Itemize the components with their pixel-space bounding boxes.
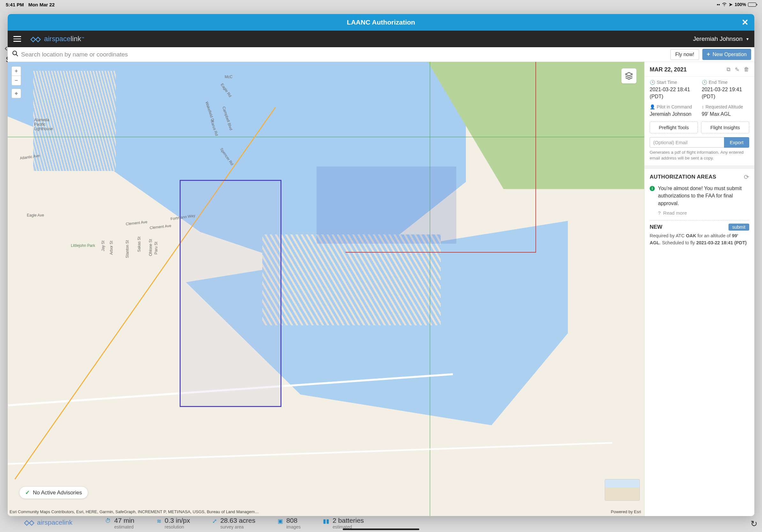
preflight-tools-button[interactable]: Preflight Tools bbox=[650, 121, 698, 133]
locate-button[interactable]: ⌖ bbox=[12, 89, 21, 98]
copy-icon[interactable]: ⧉ bbox=[726, 66, 730, 73]
stat-batteries: ▮▮2 batteriesestimated bbox=[323, 517, 364, 530]
altitude-value: 99' Max AGL bbox=[702, 111, 749, 118]
search-input[interactable] bbox=[21, 51, 667, 58]
edit-icon[interactable]: ✎ bbox=[735, 66, 739, 73]
delete-icon[interactable]: 🗑 bbox=[744, 66, 749, 73]
advisories-badge[interactable]: ✓ No Active Advisories bbox=[19, 486, 88, 499]
auth-areas-title: AUTHORIZATION AREAS bbox=[650, 174, 717, 180]
start-time-value: 2021-03-22 18:41 (PDT) bbox=[650, 86, 697, 100]
map-label: Alameda Pacific Lighthouse bbox=[34, 118, 53, 131]
search-row: Fly now! + New Operation bbox=[8, 47, 754, 62]
status-time: 5:41 PM bbox=[6, 2, 24, 7]
refresh-icon[interactable]: ↻ bbox=[750, 519, 758, 529]
question-icon: ? bbox=[658, 210, 660, 216]
area-icon: ⤢ bbox=[212, 518, 217, 525]
stat-time: ⏱47 minestimated bbox=[105, 517, 134, 530]
ios-status-bar: 5:41 PM Mon Mar 22 ▪▪ ➤ 100% bbox=[0, 0, 762, 9]
export-email-input[interactable] bbox=[650, 137, 724, 148]
clock-icon: 🕑 bbox=[702, 80, 707, 85]
battery-percent: 100% bbox=[734, 2, 746, 7]
search-icon bbox=[12, 50, 19, 58]
map-label: Jay St bbox=[101, 240, 105, 251]
check-icon: ✓ bbox=[25, 489, 30, 496]
read-more-link[interactable]: ? Read more bbox=[645, 210, 754, 220]
status-date: Mon Mar 22 bbox=[29, 2, 55, 7]
brand-peek: airspacelink bbox=[24, 519, 72, 526]
modal-title-bar: LAANC Authorization ✕ bbox=[8, 14, 754, 31]
pilot-value: Jeremiah Johnson bbox=[650, 111, 697, 118]
battery-stat-icon: ▮▮ bbox=[323, 518, 329, 525]
map-label: Paru St bbox=[154, 242, 158, 254]
map-label: Eagle Ave bbox=[27, 213, 44, 218]
svg-line-1 bbox=[16, 54, 18, 56]
user-name: Jeremiah Johnson bbox=[693, 35, 742, 42]
map-label: McC bbox=[225, 75, 233, 79]
export-button[interactable]: Export bbox=[724, 137, 749, 148]
new-operation-button[interactable]: + New Operation bbox=[702, 49, 751, 60]
map-label: Ohlone St bbox=[148, 239, 153, 256]
submit-button[interactable]: submit bbox=[728, 224, 749, 231]
map-label: Stanton St bbox=[125, 240, 129, 258]
map-canvas[interactable]: Alameda Pacific Lighthouse Atlantic Ave … bbox=[8, 62, 644, 516]
auth-requirement-text: Required by ATC OAK for an altitude of 9… bbox=[650, 231, 749, 246]
clock-icon: ⏱ bbox=[105, 518, 111, 524]
map-label: Sakas St bbox=[137, 237, 141, 252]
altitude-label: ↕Requested Altitude bbox=[702, 104, 749, 109]
person-icon: 👤 bbox=[650, 104, 655, 109]
stat-images: ▣808images bbox=[277, 517, 301, 530]
map-label: Arbor St bbox=[109, 241, 114, 255]
battery-icon bbox=[748, 3, 756, 7]
bottom-stats-bar: ⏱47 minestimated ≋0.3 in/pxresolution ⤢2… bbox=[105, 514, 743, 532]
zoom-in-button[interactable]: + bbox=[12, 66, 21, 76]
end-time-value: 2021-03-22 19:41 (PDT) bbox=[702, 86, 749, 100]
close-icon[interactable]: ✕ bbox=[741, 18, 749, 28]
end-time-label: 🕑End Time bbox=[702, 80, 749, 85]
flight-panel: MAR 22, 2021 ⧉ ✎ 🗑 🕑Start Time 🕑End Time… bbox=[644, 62, 754, 516]
map-label: Clement Ave bbox=[149, 223, 171, 230]
images-icon: ▣ bbox=[277, 518, 283, 525]
refresh-auth-icon[interactable]: ⟳ bbox=[744, 173, 749, 181]
map-label: Littlejohn Park bbox=[71, 243, 95, 248]
minimap[interactable] bbox=[605, 479, 640, 501]
chevron-down-icon: ▾ bbox=[746, 36, 749, 41]
zoom-out-button[interactable]: − bbox=[12, 76, 21, 86]
clock-icon: 🕑 bbox=[650, 80, 655, 85]
plus-icon: + bbox=[707, 51, 710, 58]
modal-title: LAANC Authorization bbox=[347, 19, 415, 26]
back-chevron-icon: ‹ bbox=[4, 42, 8, 53]
location-icon: ➤ bbox=[729, 2, 733, 7]
cellular-icon: ▪▪ bbox=[717, 2, 720, 7]
flight-insights-button[interactable]: Flight Insights bbox=[701, 121, 749, 133]
map-attribution: Esri Community Maps Contributors, Esri, … bbox=[10, 509, 259, 514]
wifi-icon bbox=[722, 2, 727, 7]
app-bar: airspacelink™ Jeremiah Johnson ▾ bbox=[8, 31, 754, 47]
map-powered-by: Powered by Esri bbox=[611, 509, 641, 514]
info-icon: i bbox=[650, 186, 655, 191]
user-menu[interactable]: Jeremiah Johnson ▾ bbox=[693, 35, 749, 42]
svg-point-0 bbox=[13, 51, 17, 55]
laanc-modal: LAANC Authorization ✕ airspacelink™ Jere… bbox=[8, 14, 754, 516]
auth-status-new: NEW bbox=[650, 224, 662, 230]
resolution-icon: ≋ bbox=[157, 518, 162, 525]
stat-area: ⤢28.63 acressurvey area bbox=[212, 517, 255, 530]
stat-resolution: ≋0.3 in/pxresolution bbox=[157, 517, 190, 530]
start-time-label: 🕑Start Time bbox=[650, 80, 697, 85]
home-indicator[interactable] bbox=[343, 528, 419, 530]
altitude-icon: ↕ bbox=[702, 104, 704, 109]
export-hint: Generates a pdf of flight information. A… bbox=[645, 148, 754, 166]
flight-date: MAR 22, 2021 bbox=[650, 66, 687, 73]
brand-logo[interactable]: airspacelink™ bbox=[30, 35, 84, 43]
fly-now-button[interactable]: Fly now! bbox=[670, 49, 699, 60]
auth-info-message: i You're almost done! You must submit au… bbox=[645, 183, 754, 210]
pilot-label: 👤Pilot in Command bbox=[650, 104, 697, 109]
map-label: Clement Ave bbox=[125, 220, 147, 226]
layers-button[interactable] bbox=[621, 68, 637, 84]
menu-icon[interactable] bbox=[13, 36, 21, 42]
